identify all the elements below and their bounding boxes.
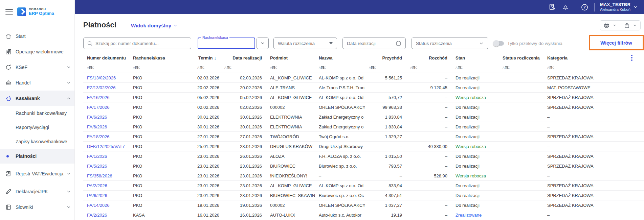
notifications-bell-icon[interactable] xyxy=(561,3,570,11)
cell-termin: 02.03.2026 xyxy=(193,75,220,80)
table-row[interactable]: FA/6/2026PKO30.01.202630.01.2026ELEKTROW… xyxy=(83,112,644,122)
text-filter-status_rozliczenia[interactable]: ABC xyxy=(498,66,543,69)
menu-hamburger-icon[interactable] xyxy=(5,9,13,15)
sidebar-item-deklaracje-jpk[interactable]: Deklaracje/JPK xyxy=(0,184,74,199)
text-filter-nazwa[interactable]: ABC xyxy=(315,66,365,69)
table-row[interactable]: FA/6/2026PKO30.01.202630.01.2026ELEKTROW… xyxy=(83,122,644,132)
document-link[interactable]: FZ/13/02/2026 xyxy=(87,85,116,90)
currency-filter-select[interactable]: Waluta rozliczenia xyxy=(273,38,337,49)
table-row[interactable]: FA/1/2026PKO23.01.202626.01.2026ALOZAF.H… xyxy=(83,151,644,161)
text-filter-numer[interactable]: ABC xyxy=(83,66,129,69)
document-link[interactable]: FA/1/2026 xyxy=(87,154,107,159)
text-filter-rachunek[interactable]: ABC xyxy=(129,66,193,69)
sidebar-item-slowniki[interactable]: Słowniki xyxy=(0,199,74,215)
sidebar-item-operacje-wielofirmowe[interactable]: Operacje wielofirmowe xyxy=(0,44,74,59)
more-filters-button[interactable]: Więcej filtrów xyxy=(589,35,644,50)
column-header-rachunek[interactable]: Rachunek/kasa xyxy=(129,55,193,60)
cell-numer[interactable]: PA/6/2026 xyxy=(83,193,129,198)
column-header-kategoria[interactable]: Kategoria xyxy=(543,55,619,60)
report-icon[interactable] xyxy=(548,3,556,11)
sidebar-item-zapisy-kasowe-bankowe[interactable]: Zapisy kasowe/bankowe xyxy=(0,135,74,149)
sidebar-item-rachunki-bankowe-kasy[interactable]: Rachunki bankowe/kasy xyxy=(0,106,74,120)
user-menu[interactable]: MAX_TESTBR Aleksandra Kuboń xyxy=(600,2,638,12)
text-filter-kategoria[interactable]: ABC xyxy=(543,66,619,69)
table-row[interactable]: FZ/13/02/2026PKO20.02.202620.02.2026ALE-… xyxy=(83,83,644,93)
text-filter-rozchod[interactable]: ABC xyxy=(406,66,451,69)
table-row[interactable]: DEK/12/2025/VAT7PKO25.01.202623.01.2026D… xyxy=(83,142,644,151)
column-header-status_rozliczenia[interactable]: Status rozliczenia xyxy=(498,55,543,60)
cell-numer[interactable]: FA/5/2026 xyxy=(83,164,129,169)
column-header-przychod[interactable]: Przychód xyxy=(365,55,406,60)
table-row[interactable]: FA/14/2026PKO19.01.202619.01.2026000002O… xyxy=(83,200,644,210)
cell-numer[interactable]: FA/2/2026 xyxy=(83,213,129,218)
document-link[interactable]: FA/18/2026 xyxy=(87,134,110,139)
column-header-termin[interactable]: Termin↓ xyxy=(193,55,220,60)
sidebar-item-start[interactable]: Start xyxy=(0,28,74,44)
transfers-only-toggle[interactable]: Tylko przelewy do wysłania xyxy=(494,38,562,49)
cell-numer[interactable]: PA/2/2026 xyxy=(83,183,129,188)
sidebar-item-handel[interactable]: Handel xyxy=(0,75,74,91)
table-row[interactable]: FA/17/2026PKO02.02.202602.02.2026000002O… xyxy=(83,102,644,112)
cell-numer[interactable]: FA/16/2026 xyxy=(83,95,129,100)
column-header-rozchod[interactable]: Rozchód xyxy=(406,55,451,60)
document-link[interactable]: FS/358/2026 xyxy=(87,173,112,178)
sidebar-item-kasa-bank[interactable]: Kasa/Bank xyxy=(0,91,74,106)
account-filter-dropdown-button[interactable] xyxy=(257,38,269,49)
document-link[interactable]: PA/6/2026 xyxy=(87,193,107,198)
toggle-track[interactable] xyxy=(494,41,504,46)
cell-numer[interactable]: FS/13/02/2026 xyxy=(83,75,129,80)
text-filter-podmiot[interactable]: ABC xyxy=(266,66,315,69)
table-row[interactable]: FA/2/2026KASA16.01.202616.01.2026AUTO-LU… xyxy=(83,210,644,220)
document-link[interactable]: FA/5/2026 xyxy=(87,164,107,169)
print-button[interactable] xyxy=(600,21,620,30)
settlement-status-filter-select[interactable]: Status rozliczenia xyxy=(412,38,488,49)
text-filter-przychod[interactable]: ABC xyxy=(365,66,406,69)
column-header-nazwa[interactable]: Nazwa xyxy=(315,55,365,60)
cell-numer[interactable]: FA/1/2026 xyxy=(83,154,129,159)
table-row[interactable]: PA/6/2026PKO23.01.202623.01.2026BIUROWIE… xyxy=(83,191,644,200)
cell-stan: Do realizacji xyxy=(451,75,498,80)
table-row[interactable]: PA/2/2026PKO23.01.202623.01.2026AL_KOMP_… xyxy=(83,181,644,191)
table-row[interactable]: FA/16/2026PKO05.02.202605.02.2026AL_KOMP… xyxy=(83,93,644,102)
document-link[interactable]: FA/16/2026 xyxy=(87,95,110,100)
cell-numer[interactable]: DEK/12/2025/VAT7 xyxy=(83,144,129,149)
table-row[interactable]: FA/5/2026PKO23.01.202623.01.2026BIUROWIE… xyxy=(83,161,644,171)
column-header-data_realizacji[interactable]: Data realizacji xyxy=(220,55,266,60)
document-link[interactable]: FA/14/2026 xyxy=(87,203,110,208)
document-link[interactable]: PA/2/2026 xyxy=(87,183,107,188)
document-link[interactable]: FA/2/2026 xyxy=(87,213,107,218)
search-input[interactable] xyxy=(95,41,187,46)
cell-numer[interactable]: FS/358/2026 xyxy=(83,173,129,178)
sidebar-item-platnosci[interactable]: Płatności xyxy=(0,149,74,164)
cell-numer[interactable]: FA/6/2026 xyxy=(83,124,129,129)
table-row[interactable]: FS/13/02/2026PKO02.03.202602.03.2026AL_K… xyxy=(83,73,644,83)
column-menu-button[interactable] xyxy=(619,55,644,61)
document-link[interactable]: FA/6/2026 xyxy=(87,124,107,129)
sidebar-item-rejestr-vat-ewidencja[interactable]: Rejestr VAT/Ewidencja xyxy=(0,164,74,184)
document-link[interactable]: FA/17/2026 xyxy=(87,105,110,110)
column-header-podmiot[interactable]: Podmiot xyxy=(266,55,315,60)
export-button[interactable] xyxy=(620,21,640,30)
date-filter-field[interactable]: Data realizacji xyxy=(342,38,406,49)
table-row[interactable]: FS/358/2026PKO23.01.202623.01.2026!NIEOK… xyxy=(83,171,644,181)
document-link[interactable]: FS/13/02/2026 xyxy=(87,75,116,80)
account-filter-field[interactable]: Rachunek/kasa xyxy=(198,38,255,49)
cell-numer[interactable]: FA/6/2026 xyxy=(83,115,129,120)
column-header-stan[interactable]: Stan xyxy=(451,55,498,60)
cell-numer[interactable]: FA/17/2026 xyxy=(83,105,129,110)
sidebar-item-raporty-wyciagi[interactable]: Raporty/wyciągi xyxy=(0,120,74,135)
document-link[interactable]: DEK/12/2025/VAT7 xyxy=(87,144,125,149)
document-link[interactable]: FA/6/2026 xyxy=(87,115,107,120)
text-filter-stan[interactable]: ABC xyxy=(451,66,498,69)
view-selector[interactable]: Widok domyślny xyxy=(131,23,178,28)
cell-numer[interactable]: FA/18/2026 xyxy=(83,134,129,139)
table-row[interactable]: FA/18/2026PKO27.01.202627.01.2026TWÓJOGR… xyxy=(83,132,644,142)
sidebar-item-ksef[interactable]: KSeF xyxy=(0,59,74,75)
column-header-numer[interactable]: Numer dokumentu xyxy=(83,55,129,60)
search-box[interactable] xyxy=(83,38,191,49)
cell-numer[interactable]: FA/14/2026 xyxy=(83,203,129,208)
text-filter-data_realizacji[interactable]: ABC xyxy=(220,66,266,69)
help-icon[interactable]: ? xyxy=(581,3,589,11)
text-filter-termin[interactable]: ABC xyxy=(193,66,220,69)
cell-numer[interactable]: FZ/13/02/2026 xyxy=(83,85,129,90)
